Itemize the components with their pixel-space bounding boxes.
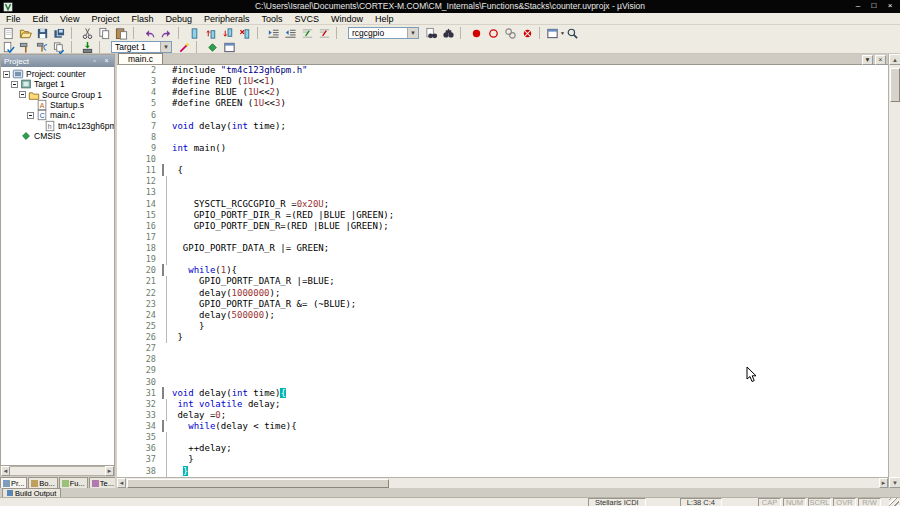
menu-file[interactable]: File	[0, 14, 27, 24]
tree-item-startup-s[interactable]: AStartup.s	[1, 100, 114, 110]
project-window-button[interactable]	[221, 41, 238, 54]
fold-collapse-icon[interactable]	[162, 420, 164, 432]
options-for-target-button[interactable]	[176, 41, 193, 54]
scroll-up-icon[interactable]: ▲	[889, 54, 900, 65]
editor-hscrollbar[interactable]: ◄ ►	[117, 477, 888, 488]
cut-button[interactable]	[79, 26, 96, 41]
code-line-22[interactable]: 22 delay(1000000);	[117, 288, 888, 299]
project-panel-hscrollbar[interactable]: ◄ ►	[0, 466, 115, 476]
scroll-right-icon[interactable]: ►	[879, 478, 888, 488]
indent-button[interactable]	[265, 26, 282, 41]
copy-button[interactable]	[96, 26, 113, 41]
next-bookmark-button[interactable]	[220, 26, 237, 41]
tree-item-tm4c123gh6pm-h[interactable]: htm4c123gh6pm.h	[1, 120, 114, 130]
menu-debug[interactable]: Debug	[159, 14, 198, 24]
code-line-12[interactable]: 12	[117, 176, 888, 187]
fold-collapse-icon[interactable]	[162, 264, 164, 276]
find-combobox[interactable]: rcgcgpio ▼	[348, 27, 419, 39]
manage-rte-button[interactable]	[204, 41, 221, 54]
code-line-25[interactable]: 25 }	[117, 321, 888, 332]
redo-button[interactable]	[158, 26, 175, 41]
code-line-34[interactable]: 34 while(delay < time){	[117, 421, 888, 432]
fold-collapse-icon[interactable]	[162, 387, 164, 399]
code-line-13[interactable]: 13	[117, 187, 888, 198]
panel-close-icon[interactable]: ×	[102, 56, 111, 66]
tree-item-main-c[interactable]: Cmain.c	[1, 110, 114, 120]
system-viewer-button[interactable]	[564, 26, 581, 41]
menu-svcs[interactable]: SVCS	[289, 14, 326, 24]
title-bar[interactable]: C:\Users\Israel\Documents\CORTEX-M.COM\C…	[0, 0, 900, 13]
code-line-30[interactable]: 30	[117, 377, 888, 388]
build-button[interactable]	[17, 41, 34, 54]
panel-tab-te[interactable]: Te...	[89, 477, 117, 488]
code-line-7[interactable]: 7void delay(int time);	[117, 121, 888, 132]
code-line-23[interactable]: 23 GPIO_PORTF_DATA_R &= (~BLUE);	[117, 299, 888, 310]
code-line-21[interactable]: 21 GPIO_PORTF_DATA_R |=BLUE;	[117, 276, 888, 287]
code-line-17[interactable]: 17	[117, 232, 888, 243]
open-file-button[interactable]	[17, 26, 34, 41]
panel-tab-fu[interactable]: Fu...	[59, 477, 88, 488]
scroll-right-icon[interactable]: ►	[105, 466, 114, 476]
toggle-bookmark-button[interactable]	[186, 26, 203, 41]
kill-all-breakpoints-button[interactable]	[519, 26, 536, 41]
code-line-15[interactable]: 15 GPIO_PORTF_DIR_R =(RED |BLUE |GREEN);	[117, 210, 888, 221]
code-line-10[interactable]: 10	[117, 154, 888, 165]
close-button[interactable]: ×	[882, 0, 898, 13]
tree-item-target-1[interactable]: Target 1	[1, 79, 114, 89]
prev-bookmark-button[interactable]	[203, 26, 220, 41]
code-line-6[interactable]: 6	[117, 110, 888, 121]
build-output-tab[interactable]: Build Output	[2, 488, 61, 497]
code-line-27[interactable]: 27	[117, 343, 888, 354]
panel-tab-bo[interactable]: Bo...	[28, 477, 57, 488]
code-line-3[interactable]: 3#define RED (1U<<1)	[117, 76, 888, 87]
scroll-left-icon[interactable]: ◄	[117, 478, 126, 488]
minimize-button[interactable]: –	[850, 0, 866, 13]
undo-button[interactable]	[141, 26, 158, 41]
code-line-37[interactable]: 37 }	[117, 454, 888, 465]
editor-tab-main-c[interactable]: main.c	[118, 53, 163, 64]
code-line-38[interactable]: 38 }	[117, 466, 888, 477]
code-line-11[interactable]: 11 {	[117, 165, 888, 176]
tree-item-source-group-1[interactable]: Source Group 1	[1, 90, 114, 100]
paste-button[interactable]	[113, 26, 130, 41]
code-line-2[interactable]: 2#include "tm4c123gh6pm.h"	[117, 65, 888, 76]
disable-all-breakpoints-button[interactable]	[502, 26, 519, 41]
code-line-33[interactable]: 33 delay =0;	[117, 410, 888, 421]
panel-tab-pr[interactable]: Pr...	[0, 477, 27, 488]
code-line-4[interactable]: 4#define BLUE (1U<<2)	[117, 87, 888, 98]
code-line-32[interactable]: 32 int volatile delay;	[117, 399, 888, 410]
find-combobox-dropdown-icon[interactable]: ▼	[407, 28, 418, 38]
scroll-down-icon[interactable]: ▼	[889, 477, 900, 488]
download-button[interactable]	[79, 41, 96, 54]
hscroll-thumb[interactable]	[127, 479, 389, 488]
panel-pin-icon[interactable]: ▫	[90, 56, 99, 66]
vscroll-thumb[interactable]	[890, 68, 900, 102]
tab-list-dropdown-icon[interactable]: ▼	[862, 55, 873, 65]
project-panel-header[interactable]: Project ▫ ×	[1, 55, 114, 67]
tree-item-project-counter[interactable]: Project: counter	[1, 69, 114, 79]
maximize-button[interactable]: □	[866, 0, 882, 13]
menu-peripherals[interactable]: Peripherals	[198, 14, 256, 24]
menu-tools[interactable]: Tools	[255, 14, 288, 24]
target-combobox-dropdown-icon[interactable]: ▼	[160, 42, 171, 52]
translate-button[interactable]	[0, 41, 17, 54]
menu-project[interactable]: Project	[85, 14, 125, 24]
code-line-5[interactable]: 5#define GREEN (1U<<3)	[117, 98, 888, 109]
scroll-left-icon[interactable]: ◄	[1, 466, 10, 476]
code-line-18[interactable]: 18 GPIO_PORTF_DATA_R |= GREEN;	[117, 243, 888, 254]
code-line-36[interactable]: 36 ++delay;	[117, 443, 888, 454]
rebuild-button[interactable]	[34, 41, 51, 54]
code-line-31[interactable]: 31void delay(int time){	[117, 388, 888, 399]
code-line-24[interactable]: 24 delay(500000);	[117, 310, 888, 321]
menu-edit[interactable]: Edit	[27, 14, 55, 24]
code-line-16[interactable]: 16 GPIO_PORTF_DEN_R=(RED |BLUE |GREEN);	[117, 221, 888, 232]
target-combobox[interactable]: Target 1 ▼	[111, 41, 172, 53]
code-area[interactable]: 2#include "tm4c123gh6pm.h"3#define RED (…	[117, 65, 888, 477]
resize-grip[interactable]	[889, 498, 899, 506]
collapse-icon[interactable]	[19, 91, 26, 98]
debug-windows-button[interactable]: ▼	[547, 26, 564, 41]
new-file-button[interactable]	[0, 26, 17, 41]
tree-item-cmsis[interactable]: CMSIS	[1, 131, 114, 141]
comment-button[interactable]	[299, 26, 316, 41]
code-line-14[interactable]: 14 SYSCTL_RCGCGPIO_R =0x20U;	[117, 199, 888, 210]
